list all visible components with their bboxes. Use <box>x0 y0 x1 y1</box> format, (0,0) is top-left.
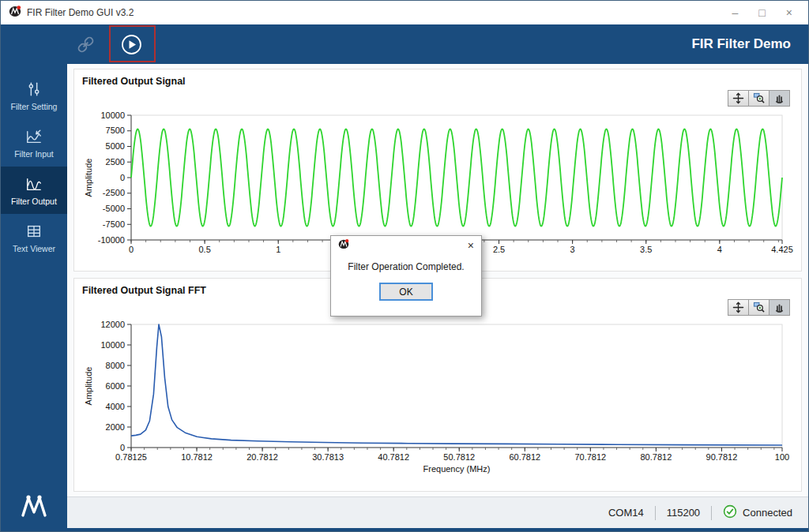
sidebar-item-text-viewer[interactable]: Text Viewer <box>1 214 67 261</box>
svg-text:12000: 12000 <box>100 320 125 329</box>
svg-text:Amplitude: Amplitude <box>84 159 93 197</box>
filter-setting-icon <box>25 81 43 98</box>
window-title-bar: FIR Filter Demo GUI v3.2 – □ × <box>1 1 808 24</box>
svg-text:6000: 6000 <box>106 381 125 391</box>
svg-text:0: 0 <box>120 443 125 452</box>
connection-status: Connected <box>723 504 792 521</box>
app-header: FIR Filter Demo <box>1 24 808 64</box>
svg-text:20.7812: 20.7812 <box>246 452 278 462</box>
dialog-message: Filter Operation Completed. <box>331 261 481 272</box>
cursor-tool-button[interactable] <box>728 90 749 107</box>
table-icon <box>25 223 43 240</box>
sidebar-item-label: Filter Input <box>14 149 54 159</box>
svg-text:90.7812: 90.7812 <box>706 452 738 462</box>
sidebar-item-filter-output[interactable]: Filter Output <box>1 167 67 214</box>
svg-text:-5000: -5000 <box>103 204 125 213</box>
baud-rate-value: 115200 <box>667 507 700 519</box>
maximize-button[interactable]: □ <box>758 7 765 18</box>
svg-text:60.7812: 60.7812 <box>509 452 540 462</box>
filter-complete-dialog: × Filter Operation Completed. OK <box>330 235 482 317</box>
pan-tool-button[interactable] <box>769 90 790 107</box>
run-filter-play-button[interactable] <box>120 33 143 59</box>
ok-button[interactable]: OK <box>379 283 433 301</box>
svg-text:2000: 2000 <box>106 422 125 432</box>
svg-text:1: 1 <box>276 245 280 254</box>
window-title: FIR Filter Demo GUI v3.2 <box>27 7 134 18</box>
app-window: FIR Filter Demo GUI v3.2 – □ × FIR Filte… <box>0 0 809 532</box>
svg-text:10000: 10000 <box>100 340 125 350</box>
zoom-tool-button[interactable] <box>748 299 769 316</box>
dialog-close-button[interactable]: × <box>468 240 474 251</box>
connected-check-icon <box>723 504 737 521</box>
svg-text:50.7812: 50.7812 <box>443 452 475 462</box>
filter-input-icon <box>25 128 43 145</box>
sidebar-item-label: Filter Output <box>11 197 57 206</box>
panel-title: Filtered Output Signal <box>82 76 793 87</box>
pan-tool-button[interactable] <box>769 299 790 316</box>
microchip-logo-icon <box>9 5 21 21</box>
output-signal-chart[interactable]: 00.511.522.533.544.425100007500500025000… <box>82 109 793 256</box>
svg-text:40.7812: 40.7812 <box>378 452 409 462</box>
microchip-logo-icon <box>338 238 349 253</box>
sidebar-nav: Filter Setting Filter Input <box>1 64 67 531</box>
svg-text:30.7813: 30.7813 <box>312 452 344 462</box>
sidebar-item-label: Text Viewer <box>13 244 55 253</box>
svg-text:0.78125: 0.78125 <box>115 452 147 462</box>
svg-text:Amplitude: Amplitude <box>84 367 93 406</box>
svg-text:3: 3 <box>570 245 575 254</box>
status-bar: COM14 115200 Connected <box>67 496 808 528</box>
svg-text:70.7812: 70.7812 <box>574 452 606 462</box>
dialog-title-bar: × <box>331 236 481 255</box>
svg-text:7500: 7500 <box>106 126 125 135</box>
zoom-tool-button[interactable] <box>748 90 769 107</box>
svg-text:4.425: 4.425 <box>771 245 793 254</box>
chart-toolbar <box>82 90 790 107</box>
sidebar-item-label: Filter Setting <box>11 102 58 111</box>
svg-text:3.5: 3.5 <box>640 245 652 254</box>
svg-text:0.5: 0.5 <box>198 245 210 254</box>
status-divider <box>655 506 656 520</box>
svg-text:-7500: -7500 <box>103 219 125 229</box>
minimize-button[interactable]: – <box>732 7 739 18</box>
connection-status-label: Connected <box>743 507 792 519</box>
svg-text:80.7812: 80.7812 <box>641 452 672 462</box>
svg-text:2.5: 2.5 <box>493 245 505 254</box>
svg-text:0: 0 <box>129 245 134 254</box>
svg-text:-10000: -10000 <box>98 235 125 245</box>
filter-output-icon <box>25 175 43 193</box>
cursor-tool-button[interactable] <box>728 299 749 316</box>
svg-text:-2500: -2500 <box>103 188 125 197</box>
svg-text:4: 4 <box>717 245 722 254</box>
svg-text:5000: 5000 <box>106 141 125 151</box>
sidebar-item-filter-setting[interactable]: Filter Setting <box>1 72 67 119</box>
svg-text:8000: 8000 <box>106 361 125 370</box>
svg-text:4000: 4000 <box>106 402 125 411</box>
svg-text:0: 0 <box>120 173 125 182</box>
svg-text:10000: 10000 <box>100 111 125 120</box>
sidebar-item-filter-input[interactable]: Filter Input <box>1 119 67 167</box>
svg-text:Frequency (MHz): Frequency (MHz) <box>423 464 491 474</box>
status-divider <box>711 506 712 520</box>
output-fft-chart[interactable]: 0.7812510.781220.781230.781340.781250.78… <box>82 318 793 476</box>
com-port-value: COM14 <box>608 507 644 519</box>
svg-text:100: 100 <box>775 452 789 462</box>
connect-link-icon[interactable] <box>75 34 96 58</box>
app-title: FIR Filter Demo <box>691 36 791 52</box>
svg-text:10.7812: 10.7812 <box>181 452 213 462</box>
close-button[interactable]: × <box>786 7 792 18</box>
svg-text:2500: 2500 <box>106 157 125 167</box>
microchip-brand-logo <box>17 492 51 523</box>
window-controls: – □ × <box>732 7 800 18</box>
